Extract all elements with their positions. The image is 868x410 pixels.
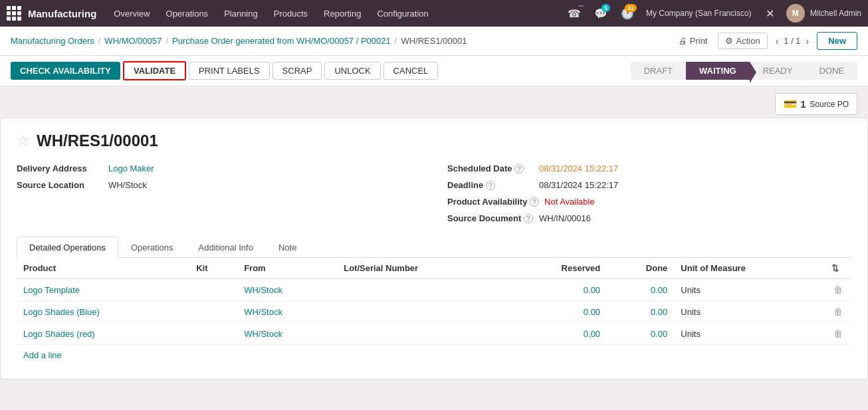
avatar[interactable]: M [786,4,805,23]
source-po-button[interactable]: 💳 1 Source PO [775,93,858,115]
source-document-row: Source Document ? WH/IN/00016 [447,213,851,223]
print-labels-button[interactable]: PRINT LABELS [189,62,270,80]
reserved-1: 0.00 [506,301,607,323]
chat-badge: 5 [601,4,610,12]
settings-icon[interactable]: ✕ [760,3,781,24]
col-reserved: Reserved [506,258,607,279]
delivery-address-label: Delivery Address [17,163,103,173]
delete-action-2[interactable]: 🗑 [825,323,851,345]
scheduled-date-label: Scheduled Date ? [447,163,534,173]
scrap-button[interactable]: SCRAP [272,62,322,80]
credit-card-icon: 💳 [784,98,797,110]
breadcrumb: Manufacturing Orders / WH/MO/00057 / Pur… [0,27,868,56]
user-name: Mitchell Admin [810,9,861,18]
star-icon[interactable]: ☆ [17,132,30,150]
phone-icon-btn[interactable]: ☎ [564,3,585,24]
from-0[interactable]: WH/Stock [237,279,337,301]
record-form: Delivery Address Logo Maker Source Locat… [17,163,851,223]
scheduled-date-help[interactable]: ? [514,164,524,173]
deadline-help[interactable]: ? [486,181,495,190]
activity-icon-btn[interactable]: 🕐31 [617,3,638,24]
table-row: Logo Shades (red) WH/Stock 0.00 0.00 Uni… [17,323,851,345]
nav-reporting[interactable]: Reporting [316,0,369,27]
lot-2 [337,323,506,345]
prev-page-button[interactable]: ‹ [773,35,782,48]
tab-operations[interactable]: Operations [118,237,186,258]
scheduled-date-row: Scheduled Date ? 08/31/2024 15:22:17 [447,163,851,173]
validate-button[interactable]: VALIDATE [123,61,186,80]
status-ready[interactable]: READY [750,62,806,80]
apps-grid-icon[interactable] [7,6,21,21]
chat-icon-btn[interactable]: 💬5 [590,3,611,24]
source-doc-help[interactable]: ? [524,214,533,223]
nav-configuration[interactable]: Configuration [369,0,436,27]
kit-2 [189,323,237,345]
add-line-button[interactable]: Add a line [17,345,68,365]
add-line-area: Add a line [17,345,851,365]
record-title-row: ☆ WH/RES1/00001 [17,132,851,150]
col-kit: Kit [189,258,237,279]
deadline-value: 08/31/2024 15:22:17 [539,180,618,190]
delete-action-0[interactable]: 🗑 [825,279,851,301]
breadcrumb-mo[interactable]: WH/MO/00057 [104,36,162,46]
breadcrumb-manufacturing-orders[interactable]: Manufacturing Orders [11,36,94,46]
delete-icon-0[interactable]: 🗑 [833,284,843,295]
delete-icon-1[interactable]: 🗑 [833,306,843,317]
source-location-value: WH/Stock [108,180,147,190]
printer-icon: 🖨 [679,36,687,46]
tab-note[interactable]: Note [266,237,309,258]
col-actions: ⇅ [825,258,851,279]
tabs-row: Detailed Operations Operations Additiona… [17,237,851,258]
availability-help[interactable]: ? [530,197,539,207]
app-brand[interactable]: Manufacturing [28,8,96,19]
status-waiting[interactable]: WAITING [686,62,750,80]
nav-operations[interactable]: Operations [158,0,217,27]
scheduled-date-value: 08/31/2024 15:22:17 [539,163,618,173]
delivery-address-value[interactable]: Logo Maker [108,163,154,173]
record-card: ☆ WH/RES1/00001 Delivery Address Logo Ma… [0,118,868,379]
settings-icon[interactable]: ⇅ [831,263,839,273]
status-done[interactable]: DONE [806,62,857,80]
source-po-area: 💳 1 Source PO [0,86,868,118]
delete-action-1[interactable]: 🗑 [825,301,851,323]
col-uom: Unit of Measure [674,258,825,279]
uom-1: Units [674,301,825,323]
product-name-2[interactable]: Logo Shades (red) [17,323,189,345]
nav-products[interactable]: Products [266,0,316,27]
breadcrumb-po[interactable]: Purchase Order generated from WH/MO/0005… [172,36,391,46]
next-page-button[interactable]: › [804,35,812,48]
top-navigation: Manufacturing Overview Operations Planni… [0,0,868,27]
product-name-0[interactable]: Logo Template [17,279,189,301]
tab-additional-info[interactable]: Additional Info [186,237,266,258]
activity-badge: 31 [625,4,637,12]
nav-planning[interactable]: Planning [216,0,266,27]
col-done: Done [607,258,674,279]
product-name-1[interactable]: Logo Shades (Blue) [17,301,189,323]
from-2[interactable]: WH/Stock [237,323,337,345]
from-1[interactable]: WH/Stock [237,301,337,323]
status-draft[interactable]: DRAFT [631,62,686,80]
col-lot: Lot/Serial Number [337,258,506,279]
new-button[interactable]: New [817,32,857,50]
nav-menu: Overview Operations Planning Products Re… [106,0,436,27]
source-po-label: Source PO [810,100,849,109]
gear-icon: ⚙ [725,36,733,46]
source-document-value: WH/IN/00016 [539,213,591,223]
print-button[interactable]: 🖨 Print [673,33,713,49]
nav-overview[interactable]: Overview [106,0,158,27]
done-2: 0.00 [607,323,674,345]
done-0: 0.00 [607,279,674,301]
deadline-label: Deadline ? [447,180,534,190]
reserved-0: 0.00 [506,279,607,301]
cancel-button[interactable]: CANCEL [383,62,439,80]
delete-icon-2[interactable]: 🗑 [833,328,843,339]
check-availability-button[interactable]: CHECK AVAILABILITY [11,62,120,80]
action-button[interactable]: ⚙ Action [718,33,767,49]
kit-0 [189,279,237,301]
record-title: WH/RES1/00001 [37,132,158,150]
unlock-button[interactable]: UNLOCK [324,62,380,80]
breadcrumb-current: WH/RES1/00001 [401,36,467,46]
product-availability-row: Product Availability ? Not Available [447,197,851,207]
tab-detailed-operations[interactable]: Detailed Operations [17,237,118,258]
table-row: Logo Template WH/Stock 0.00 0.00 Units 🗑 [17,279,851,301]
